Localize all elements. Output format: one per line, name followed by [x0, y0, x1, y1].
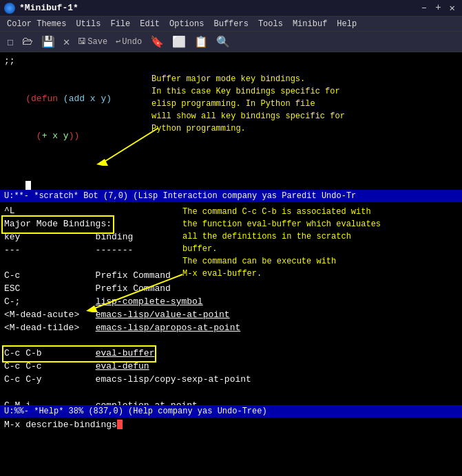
help-ann-3: all the definitions in the scratch buffe…: [182, 230, 389, 255]
mode-line-2: U:%%- *Help* 38% (837,0) (Help company y…: [0, 405, 462, 418]
editor-cursor: [25, 181, 31, 190]
bookmark-button[interactable]: 🔖: [147, 34, 167, 50]
link-eval-buffer[interactable]: eval-buffer: [96, 348, 155, 358]
help-esc-prefix: ESC Prefix Command: [4, 283, 458, 296]
title-bar-left: *Minibuf-1*: [4, 3, 78, 14]
annotation-text-4: will show all key bindings specific for: [151, 110, 345, 122]
menu-edit[interactable]: Edit: [136, 19, 164, 30]
help-cc-cy: C-c C-y emacs-lisp/copy-sexp-at-point: [4, 374, 458, 387]
save-disk-button[interactable]: 💾: [39, 34, 58, 50]
svg-line-2: [93, 274, 182, 309]
menu-bar: Color Themes Utils File Edit Options Buf…: [0, 17, 462, 32]
help-blank-2: [4, 334, 458, 347]
link-eval-defun-cc[interactable]: eval-defun: [96, 361, 149, 371]
window-controls: – + ✕: [419, 2, 458, 14]
menu-file[interactable]: File: [106, 19, 134, 30]
help-ann-1: The command C-c C-b is associated with: [182, 206, 389, 218]
minibuf-prompt: M-x describe-bindings: [4, 420, 117, 430]
help-cc-cb: C-c C-b eval-buffer: [4, 347, 154, 360]
menu-buffers[interactable]: Buffers: [209, 19, 252, 30]
save-button[interactable]: 🖫 Save: [75, 36, 110, 47]
copy-button[interactable]: ⬜: [169, 34, 189, 50]
menu-minibuf[interactable]: Minibuf: [288, 19, 331, 30]
annotation-text-3: elisp programming. In Python file: [151, 98, 345, 110]
search-button[interactable]: 🔍: [213, 34, 233, 50]
undo-label: Undo: [122, 37, 142, 47]
editor-line-6: [4, 168, 458, 190]
paste-button[interactable]: 📋: [191, 34, 211, 50]
help-cc-cc: C-c C-c eval-defun: [4, 360, 458, 374]
help-dead-acute: <M-dead-acute> emacs-lisp/value-at-point: [4, 309, 458, 322]
paren-open: (: [25, 94, 31, 104]
open-file-button[interactable]: 🗁: [19, 34, 36, 50]
menu-help[interactable]: Help: [333, 19, 361, 30]
help-annotation-arrow: [76, 271, 189, 312]
svg-line-0: [103, 128, 158, 162]
link-completion-at-point[interactable]: completion-at-point: [96, 400, 198, 405]
mode-line-1: U:**- *scratch* Bot (7,0) (Lisp Interact…: [0, 190, 462, 202]
menu-options[interactable]: Options: [165, 19, 208, 30]
fn-name: (add x y): [63, 94, 112, 104]
minibuf-cursor: [117, 420, 123, 429]
menu-tools[interactable]: Tools: [254, 19, 287, 30]
mode-line-1-text: U:**- *scratch* Bot (7,0) (Lisp Interact…: [4, 191, 356, 201]
window-title: *Minibuf-1*: [19, 3, 78, 13]
annotation-text-5: Python programming.: [151, 122, 345, 135]
help-major-mode-header: Major Mode Bindings:: [4, 218, 112, 231]
defun-keyword: defun: [31, 94, 58, 104]
new-file-button[interactable]: ☐: [4, 34, 17, 50]
help-ann-4: The command can be execute with: [182, 255, 389, 268]
help-area: The command C-c C-b is associated with t…: [0, 202, 462, 405]
close-file-button[interactable]: ✕: [61, 34, 73, 50]
minimize-button[interactable]: –: [419, 2, 430, 14]
editor-line-1: ;;: [4, 55, 458, 67]
help-cmi: C-M-i completion-at-point: [4, 400, 458, 405]
mode-line-2-text: U:%%- *Help* 38% (837,0) (Help company y…: [4, 407, 267, 416]
toolbar: ☐ 🗁 💾 ✕ 🖫 Save ↩ Undo 🔖 ⬜ 📋 🔍: [0, 32, 462, 52]
editor-annotation: Buffer major mode key bindings. In this …: [151, 73, 345, 135]
plus-op: + x y: [42, 131, 69, 141]
indent: [25, 131, 36, 141]
undo-arrow-icon: ↩: [116, 36, 120, 47]
help-blank-3: [4, 387, 458, 400]
title-bar: *Minibuf-1* – + ✕: [0, 0, 462, 17]
help-csemi: C-; lisp-complete-symbol: [4, 296, 458, 309]
inner-paren: (: [36, 131, 42, 141]
annotation-text-1: Buffer major mode key bindings.: [151, 73, 345, 85]
help-dead-tilde: <M-dead-tilde> emacs-lisp/apropos-at-poi…: [4, 322, 458, 335]
editor-line-5: [4, 155, 458, 168]
help-ann-2: the function eval-buffer which evaluates: [182, 218, 389, 230]
floppy-icon: 🖫: [78, 36, 86, 47]
help-ann-5: M-x eval-buffer.: [182, 268, 389, 280]
undo-button[interactable]: ↩ Undo: [113, 36, 145, 47]
editor-area: ;; (defun (add x y) (+ x y)) Buffer majo…: [0, 52, 462, 190]
close-button[interactable]: ✕: [447, 2, 458, 14]
minibuf-line: M-x describe-bindings: [0, 418, 462, 431]
svg-marker-3: [86, 305, 98, 312]
app-icon: [4, 3, 15, 14]
help-annotation: The command C-c C-b is associated with t…: [182, 206, 389, 280]
maximize-button[interactable]: +: [432, 2, 443, 14]
save-label: Save: [87, 37, 107, 47]
annotation-text-2: In this case Key bindings specific for: [151, 85, 345, 98]
menu-utils[interactable]: Utils: [72, 19, 105, 30]
link-apropos-at-point[interactable]: emacs-lisp/apropos-at-point: [96, 323, 241, 333]
annotation-arrow: [90, 125, 165, 166]
menu-color-themes[interactable]: Color Themes: [3, 19, 70, 30]
